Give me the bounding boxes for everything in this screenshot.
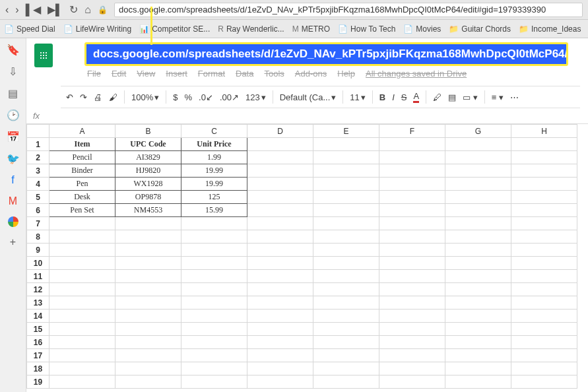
- cell[interactable]: [445, 138, 511, 151]
- cell[interactable]: [445, 362, 511, 376]
- cell[interactable]: [49, 310, 115, 323]
- undo-button[interactable]: ↶: [66, 92, 73, 102]
- cell[interactable]: [247, 257, 313, 270]
- cell[interactable]: [247, 362, 313, 376]
- row-header[interactable]: 19: [27, 376, 49, 389]
- cell[interactable]: [115, 270, 181, 283]
- cell[interactable]: [379, 323, 445, 336]
- cell[interactable]: [379, 204, 445, 217]
- cell[interactable]: [181, 270, 247, 283]
- column-header[interactable]: B: [115, 125, 181, 138]
- cell[interactable]: [247, 349, 313, 362]
- menu-item[interactable]: View: [137, 69, 155, 82]
- formula-bar[interactable]: fx: [26, 108, 588, 124]
- row-header[interactable]: 3: [27, 164, 49, 178]
- cell[interactable]: [49, 362, 115, 376]
- cell[interactable]: [49, 283, 115, 296]
- bold-button[interactable]: B: [379, 92, 385, 102]
- cell[interactable]: [445, 349, 511, 362]
- cell[interactable]: [511, 270, 577, 283]
- row-header[interactable]: 7: [27, 217, 49, 230]
- cell[interactable]: [445, 296, 511, 310]
- strikethrough-button[interactable]: S: [401, 92, 407, 102]
- cell[interactable]: 125: [181, 191, 247, 204]
- corner-cell[interactable]: [27, 125, 49, 138]
- cell[interactable]: Item: [49, 138, 115, 151]
- cell[interactable]: [49, 217, 115, 230]
- cell[interactable]: [49, 296, 115, 310]
- cell[interactable]: [445, 336, 511, 349]
- cell[interactable]: [247, 323, 313, 336]
- cell[interactable]: [49, 349, 115, 362]
- cell[interactable]: [247, 217, 313, 230]
- spreadsheet-grid[interactable]: ABCDEFGH1ItemUPC CodeUnit Price2PencilAI…: [26, 124, 588, 392]
- row-header[interactable]: 16: [27, 336, 49, 349]
- cell[interactable]: [247, 310, 313, 323]
- column-header[interactable]: H: [511, 125, 577, 138]
- font-size-dropdown[interactable]: 11 ▾: [350, 92, 365, 102]
- bookmark-item[interactable]: 📁Income_Ideas: [519, 24, 581, 34]
- panel-icon[interactable]: ▤: [8, 87, 18, 100]
- cell[interactable]: [313, 204, 379, 217]
- row-header[interactable]: 2: [27, 151, 49, 164]
- bookmark-item[interactable]: MMETRO: [292, 24, 330, 34]
- menu-item[interactable]: Format: [198, 69, 225, 82]
- more-button[interactable]: ⋯: [510, 92, 519, 102]
- cell[interactable]: [247, 191, 313, 204]
- cell[interactable]: [247, 244, 313, 257]
- cell[interactable]: WX1928: [115, 178, 181, 191]
- cell[interactable]: [511, 204, 577, 217]
- menu-item[interactable]: File: [87, 69, 101, 82]
- cell[interactable]: [247, 230, 313, 244]
- cell[interactable]: [379, 336, 445, 349]
- cell[interactable]: [247, 296, 313, 310]
- row-header[interactable]: 10: [27, 257, 49, 270]
- cell[interactable]: [181, 323, 247, 336]
- align-button[interactable]: ≡ ▾: [492, 92, 504, 102]
- cell[interactable]: [379, 376, 445, 389]
- forward-icon[interactable]: ›: [15, 4, 18, 16]
- cell[interactable]: [445, 164, 511, 178]
- cell[interactable]: [313, 217, 379, 230]
- cell[interactable]: [313, 310, 379, 323]
- cell[interactable]: [313, 138, 379, 151]
- cell[interactable]: [247, 151, 313, 164]
- cell[interactable]: [115, 257, 181, 270]
- row-header[interactable]: 11: [27, 270, 49, 283]
- cell[interactable]: [511, 230, 577, 244]
- bookmark-item[interactable]: RRay Wenderlic...: [218, 24, 284, 34]
- cell[interactable]: [511, 217, 577, 230]
- cell[interactable]: [181, 230, 247, 244]
- text-color-button[interactable]: A: [413, 91, 419, 103]
- cell[interactable]: [313, 362, 379, 376]
- cell[interactable]: [181, 283, 247, 296]
- menu-item[interactable]: Insert: [166, 69, 187, 82]
- cell[interactable]: [181, 336, 247, 349]
- cell[interactable]: [247, 204, 313, 217]
- menu-item[interactable]: Data: [236, 69, 253, 82]
- cell[interactable]: [115, 310, 181, 323]
- paint-format-button[interactable]: 🖌: [109, 92, 117, 102]
- increase-decimal-button[interactable]: .00↗: [220, 92, 239, 102]
- redo-button[interactable]: ↷: [80, 92, 87, 102]
- cell[interactable]: [445, 230, 511, 244]
- cell[interactable]: [379, 151, 445, 164]
- cell[interactable]: [313, 191, 379, 204]
- cell[interactable]: [181, 310, 247, 323]
- menu-item[interactable]: Add-ons: [295, 69, 327, 82]
- facebook-icon[interactable]: f: [11, 174, 14, 186]
- font-dropdown[interactable]: Default (Ca... ▾: [280, 92, 337, 102]
- rewind-icon[interactable]: ▌◀: [26, 3, 41, 16]
- percent-button[interactable]: %: [184, 92, 192, 102]
- cell[interactable]: [247, 164, 313, 178]
- cell[interactable]: [313, 178, 379, 191]
- cell[interactable]: [247, 138, 313, 151]
- row-header[interactable]: 18: [27, 362, 49, 376]
- cell[interactable]: [379, 138, 445, 151]
- cell[interactable]: [379, 244, 445, 257]
- menu-item[interactable]: Help: [337, 69, 355, 82]
- cell[interactable]: [313, 349, 379, 362]
- cell[interactable]: [379, 164, 445, 178]
- cell[interactable]: [379, 362, 445, 376]
- row-header[interactable]: 1: [27, 138, 49, 151]
